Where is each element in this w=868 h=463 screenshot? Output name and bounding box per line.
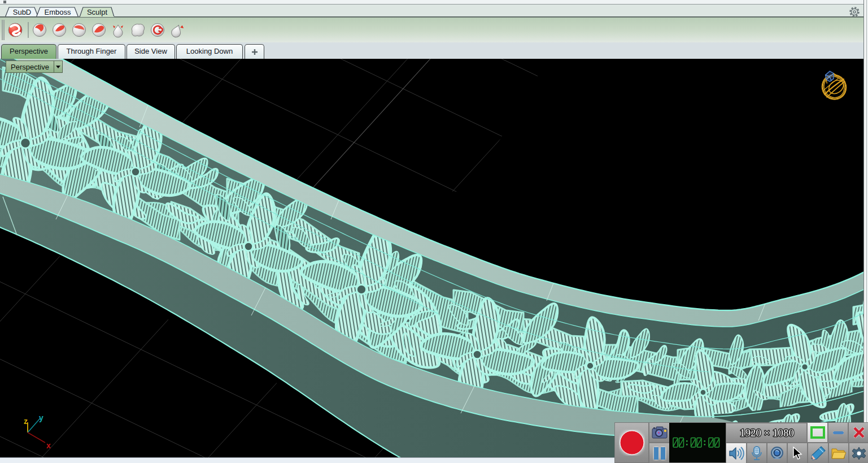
svg-text:1920 × 1080: 1920 × 1080 (740, 427, 794, 439)
svg-text:z: z (24, 417, 28, 426)
svg-text:x: x (46, 441, 51, 450)
svg-text:y: y (39, 413, 43, 422)
